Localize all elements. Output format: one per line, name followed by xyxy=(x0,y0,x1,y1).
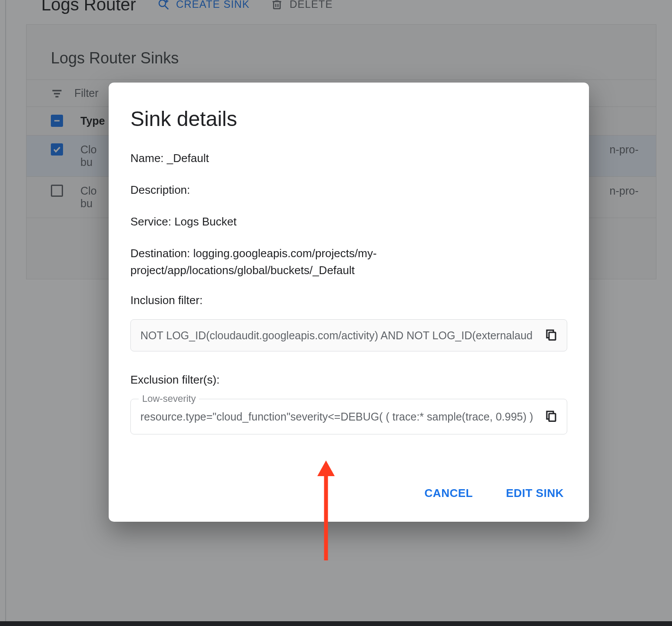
copy-exclusion-button[interactable] xyxy=(543,409,559,424)
svg-rect-14 xyxy=(549,414,556,421)
copy-inclusion-button[interactable] xyxy=(543,328,559,343)
svg-rect-13 xyxy=(549,332,556,340)
edit-sink-button[interactable]: EDIT SINK xyxy=(502,482,567,504)
field-service: Service: Logs Bucket xyxy=(130,213,567,230)
inclusion-filter-box: NOT LOG_ID(cloudaudit.googleapis.com/act… xyxy=(130,319,567,351)
dialog-actions: CANCEL EDIT SINK xyxy=(130,482,567,504)
inclusion-filter-label: Inclusion filter: xyxy=(130,294,567,307)
copy-icon xyxy=(545,328,558,343)
field-description: Description: xyxy=(130,182,567,199)
field-destination: Destination: logging.googleapis.com/proj… xyxy=(130,245,567,279)
exclusion-filter-name: Low-severity xyxy=(139,393,199,404)
bottom-border xyxy=(0,621,672,626)
app-root: Logs Router CREATE SINK DELETE Logs Rout… xyxy=(0,0,672,626)
exclusion-filter-label: Exclusion filter(s): xyxy=(130,373,567,387)
exclusion-filter-value: resource.type="cloud_function"severity<=… xyxy=(140,411,537,423)
copy-icon xyxy=(545,409,558,424)
field-name: Name: _Default xyxy=(130,150,567,167)
sink-details-dialog: Sink details Name: _Default Description:… xyxy=(109,83,589,522)
exclusion-filter-box: Low-severity resource.type="cloud_functi… xyxy=(130,399,567,434)
dialog-title: Sink details xyxy=(130,107,567,131)
inclusion-filter-value: NOT LOG_ID(cloudaudit.googleapis.com/act… xyxy=(140,329,537,342)
cancel-button[interactable]: CANCEL xyxy=(421,482,476,504)
